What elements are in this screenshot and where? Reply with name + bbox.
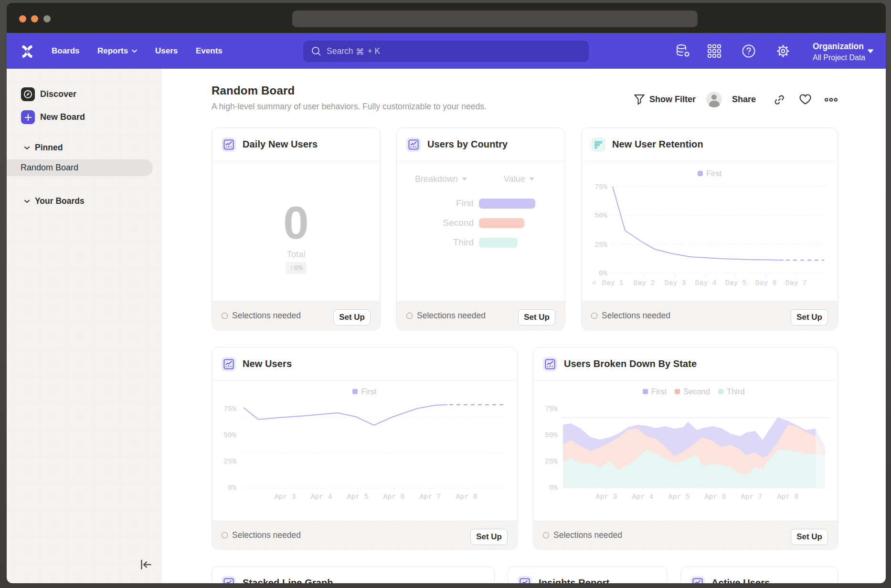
svg-text:50%: 50% [594,212,608,220]
svg-text:Day 5: Day 5 [725,279,746,287]
svg-text:25%: 25% [545,458,558,466]
svg-text:Day 4: Day 4 [695,279,716,287]
svg-text:25%: 25% [223,458,237,466]
svg-text:Apr 3: Apr 3 [274,493,296,501]
svg-text:Apr 4: Apr 4 [310,493,332,501]
svg-text:25%: 25% [594,241,608,249]
svg-text:Apr 8: Apr 8 [777,493,798,501]
svg-text:50%: 50% [223,431,237,440]
svg-text:0%: 0% [549,484,558,492]
svg-text:Apr 6: Apr 6 [383,493,404,501]
svg-text:Apr 7: Apr 7 [741,493,762,501]
svg-text:75%: 75% [545,405,558,413]
svg-text:Apr 3: Apr 3 [595,493,617,501]
svg-text:Apr 8: Apr 8 [456,493,477,501]
svg-text:Day 2: Day 2 [633,279,655,287]
svg-text:50%: 50% [545,431,558,440]
svg-text:0%: 0% [599,270,608,278]
svg-text:75%: 75% [223,405,237,413]
svg-text:75%: 75% [594,183,608,191]
svg-text:Apr 6: Apr 6 [704,493,726,501]
svg-text:<: < [592,279,596,287]
svg-text:Apr 5: Apr 5 [668,493,689,501]
svg-text:Apr 4: Apr 4 [632,493,653,501]
svg-text:0%: 0% [228,484,237,492]
svg-text:Day 3: Day 3 [664,279,686,287]
svg-text:Day 1: Day 1 [602,279,623,287]
svg-text:Apr 7: Apr 7 [419,493,441,501]
svg-text:Apr 5: Apr 5 [347,493,368,501]
svg-text:Day 7: Day 7 [785,279,806,287]
svg-text:Day 6: Day 6 [755,279,776,287]
